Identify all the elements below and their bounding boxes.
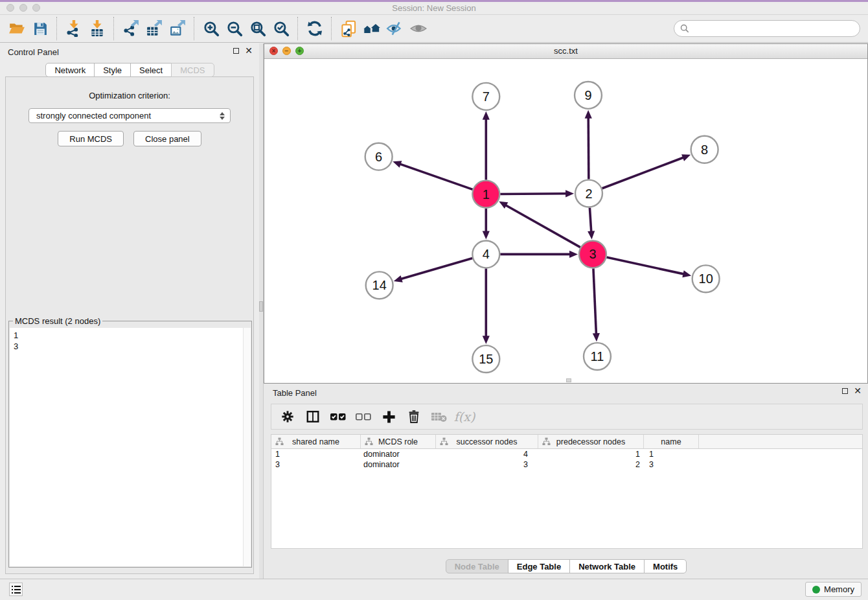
column-header-predecessor-nodes[interactable]: predecessor nodes	[538, 435, 644, 448]
duplicate-network-icon	[340, 20, 358, 38]
export-table-icon	[146, 20, 163, 37]
search-box	[674, 20, 860, 37]
node-table: shared name MCDS role successor nodes	[271, 434, 863, 549]
graph-edge-2-3[interactable]	[589, 207, 591, 232]
close-panel-button[interactable]: Close panel	[133, 131, 201, 146]
network-from-selection-button[interactable]	[337, 17, 360, 40]
table-row[interactable]: 1dominator411	[271, 449, 862, 459]
node-table-body: 1dominator4113dominator323	[271, 449, 862, 470]
column-header-name[interactable]: name	[644, 435, 699, 448]
network-window-title: scc.txt	[264, 46, 867, 56]
table-cell: dominator	[361, 450, 436, 459]
criterion-select[interactable]: strongly connected component	[29, 108, 231, 123]
table-cell: 2	[538, 460, 644, 469]
right-area: × − + scc.txt 7968124314101511 Table Pan…	[264, 43, 868, 579]
tab-motifs[interactable]: Motifs	[644, 559, 687, 573]
tab-mcds[interactable]: MCDS	[171, 63, 214, 77]
graph-edge-2-8[interactable]	[602, 157, 684, 189]
plus-icon	[382, 410, 396, 424]
zoom-fit-button[interactable]	[246, 17, 269, 40]
column-label: MCDS role	[378, 437, 418, 446]
export-network-button[interactable]	[119, 17, 143, 40]
zoom-out-button[interactable]	[223, 17, 246, 40]
deselect-all-button[interactable]	[354, 407, 373, 426]
graph-edge-3-11[interactable]	[593, 268, 597, 334]
save-session-button[interactable]	[29, 17, 52, 40]
show-graphics-details-button[interactable]	[407, 17, 430, 40]
select-all-button[interactable]	[328, 407, 348, 426]
close-table-panel-icon[interactable]: ✕	[854, 387, 862, 395]
table-panel-tabs: Node Table Edge Table Network Table Moti…	[264, 559, 868, 573]
eye-slash-icon	[386, 21, 404, 36]
network-canvas-svg[interactable]: 7968124314101511	[264, 59, 867, 383]
graph-edge-arrow	[585, 110, 592, 119]
trash-icon	[407, 410, 421, 424]
splitter-grip[interactable]	[259, 301, 263, 312]
add-column-button[interactable]	[379, 407, 398, 426]
graph-edge-arrow	[483, 231, 490, 239]
memory-status-icon	[812, 586, 820, 594]
refresh-layout-button[interactable]	[303, 17, 326, 40]
zoom-selected-button[interactable]	[269, 17, 293, 40]
column-header-successor-nodes[interactable]: successor nodes	[436, 435, 538, 448]
toolbar-separator	[331, 17, 332, 40]
search-input[interactable]	[693, 23, 860, 34]
network-canvas[interactable]: 7968124314101511	[264, 59, 867, 383]
main-toolbar	[0, 15, 868, 43]
open-folder-icon	[8, 20, 25, 37]
graph-node-label: 3	[589, 247, 596, 261]
tab-network[interactable]: Network	[45, 63, 95, 77]
window-titlebar: Session: New Session	[0, 2, 868, 15]
graph-edge-1-2[interactable]	[500, 194, 567, 194]
columns-icon	[306, 410, 320, 424]
column-header-mcds-role[interactable]: MCDS role	[361, 435, 436, 448]
tab-node-table[interactable]: Node Table	[446, 559, 508, 573]
zoom-in-button[interactable]	[200, 17, 223, 40]
close-panel-icon[interactable]: ✕	[245, 47, 253, 54]
control-panel: Control Panel ✕ Network Style Select MCD…	[0, 43, 259, 579]
criterion-selected-value: strongly connected component	[36, 111, 220, 121]
column-header-shared-name[interactable]: shared name	[271, 435, 361, 448]
graph-edge-4-14[interactable]	[400, 259, 472, 279]
delete-column-button[interactable]	[404, 407, 424, 426]
import-network-button[interactable]	[62, 17, 86, 40]
tab-network-table[interactable]: Network Table	[569, 559, 645, 573]
zoom-in-icon	[203, 20, 220, 37]
export-table-button[interactable]	[143, 17, 166, 40]
graph-edge-2-9[interactable]	[588, 117, 589, 179]
task-history-button[interactable]	[9, 583, 23, 596]
graph-edge-3-10[interactable]	[606, 257, 684, 274]
column-view-button[interactable]	[303, 407, 323, 426]
import-table-button[interactable]	[86, 17, 109, 40]
result-scrollbar[interactable]	[243, 328, 251, 566]
table-panel-title: Table Panel	[273, 388, 317, 398]
table-cell: dominator	[361, 460, 436, 469]
graph-edge-arrow	[565, 190, 574, 197]
graph-edge-arrow	[483, 336, 490, 344]
float-panel-icon[interactable]	[233, 48, 239, 54]
table-cell: 3	[271, 460, 361, 469]
run-mcds-button[interactable]: Run MCDS	[58, 131, 124, 146]
float-table-panel-icon[interactable]	[842, 388, 848, 394]
hide-graphics-details-button[interactable]	[383, 17, 407, 40]
vertical-splitter[interactable]	[259, 43, 264, 579]
apply-layout-button[interactable]	[360, 17, 383, 40]
open-session-button[interactable]	[5, 17, 29, 40]
delete-table-button[interactable]	[429, 407, 449, 426]
function-builder-button[interactable]: f(x)	[455, 407, 474, 426]
save-disk-icon	[32, 21, 49, 37]
graph-node-label: 2	[585, 187, 592, 201]
export-network-icon	[122, 20, 139, 37]
table-settings-button[interactable]	[278, 407, 297, 426]
tab-edge-table[interactable]: Edge Table	[508, 559, 570, 573]
control-panel-header: Control Panel ✕	[0, 43, 259, 60]
tab-style[interactable]: Style	[94, 63, 131, 77]
table-row[interactable]: 3dominator323	[271, 459, 862, 470]
memory-button[interactable]: Memory	[805, 582, 862, 597]
export-image-icon	[169, 20, 186, 37]
graph-edge-1-6[interactable]	[400, 164, 473, 189]
export-image-button[interactable]	[166, 17, 189, 40]
network-resize-grip[interactable]	[566, 378, 571, 382]
tab-select[interactable]: Select	[130, 63, 172, 77]
graph-edge-3-1[interactable]	[505, 205, 580, 247]
